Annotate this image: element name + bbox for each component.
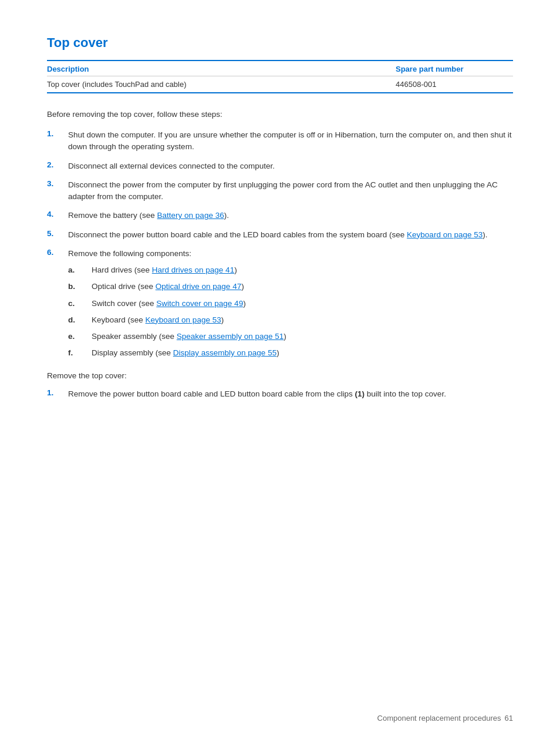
sub-steps-list: a. Hard drives (see Hard drives on page …	[68, 264, 286, 359]
sub-step-label-e: e.	[68, 331, 92, 342]
sub-step-content-d: Keyboard (see Keyboard on page 53)	[92, 314, 224, 326]
step-number-6: 6.	[47, 248, 68, 257]
keyboard-link-sub[interactable]: Keyboard on page 53	[146, 315, 221, 324]
sub-step-e: e. Speaker assembly (see Speaker assembl…	[68, 331, 286, 342]
step-1: 1. Shut down the computer. If you are un…	[47, 129, 513, 153]
step-content-1: Shut down the computer. If you are unsur…	[68, 129, 513, 153]
sub-step-label-f: f.	[68, 347, 92, 359]
sub-step-label-a: a.	[68, 264, 92, 276]
sub-step-content-f: Display assembly (see Display assembly o…	[92, 347, 279, 359]
hard-drives-link[interactable]: Hard drives on page 41	[152, 266, 234, 274]
speaker-assembly-link[interactable]: Speaker assembly on page 51	[177, 332, 284, 341]
step-content-4: Remove the battery (see Battery on page …	[68, 210, 229, 221]
step-content-2: Disconnect all external devices connecte…	[68, 160, 275, 172]
table-cell-part-number: 446508-001	[396, 80, 513, 89]
step-5: 5. Disconnect the power button board cab…	[47, 229, 513, 241]
battery-link[interactable]: Battery on page 36	[157, 211, 224, 220]
sub-step-content-e: Speaker assembly (see Speaker assembly o…	[92, 331, 286, 342]
step-2: 2. Disconnect all external devices conne…	[47, 160, 513, 172]
page-footer: Component replacement procedures 61	[377, 714, 513, 723]
step-4: 4. Remove the battery (see Battery on pa…	[47, 210, 513, 221]
step-number-1: 1.	[47, 129, 68, 138]
step-number-5: 5.	[47, 229, 68, 238]
remove-step-1: 1. Remove the power button board cable a…	[47, 388, 513, 400]
footer-text: Component replacement procedures	[377, 714, 501, 723]
step-content-3: Disconnect the power from the computer b…	[68, 179, 513, 203]
table-header-spare-part: Spare part number	[396, 65, 513, 73]
intro-text: Before removing the top cover, follow th…	[47, 110, 513, 119]
step-number-2: 2.	[47, 160, 68, 169]
table-cell-description: Top cover (includes TouchPad and cable)	[47, 80, 396, 89]
sub-step-label-c: c.	[68, 298, 92, 310]
sub-step-b: b. Optical drive (see Optical drive on p…	[68, 281, 286, 293]
remove-step-number-1: 1.	[47, 388, 68, 397]
footer-page-number: 61	[505, 714, 513, 723]
sub-step-d: d. Keyboard (see Keyboard on page 53)	[68, 314, 286, 326]
table-header-row: Description Spare part number	[47, 61, 513, 76]
sub-step-content-a: Hard drives (see Hard drives on page 41)	[92, 264, 237, 276]
step-content-6: Remove the following components: a. Hard…	[68, 248, 286, 364]
step-6: 6. Remove the following components: a. H…	[47, 248, 513, 364]
sub-step-f: f. Display assembly (see Display assembl…	[68, 347, 286, 359]
table-header-description: Description	[47, 65, 396, 73]
page-title: Top cover	[47, 35, 513, 51]
sub-step-content-b: Optical drive (see Optical drive on page…	[92, 281, 244, 293]
step-content-5: Disconnect the power button board cable …	[68, 229, 487, 241]
step-number-3: 3.	[47, 179, 68, 188]
keyboard-link-prereq[interactable]: Keyboard on page 53	[407, 230, 483, 239]
step-3: 3. Disconnect the power from the compute…	[47, 179, 513, 203]
prereq-steps-list: 1. Shut down the computer. If you are un…	[47, 129, 513, 364]
step-number-4: 4.	[47, 210, 68, 219]
sub-step-label-d: d.	[68, 314, 92, 326]
remove-step-content-1: Remove the power button board cable and …	[68, 388, 446, 400]
remove-section-title: Remove the top cover:	[47, 371, 513, 380]
parts-table: Description Spare part number Top cover …	[47, 60, 513, 93]
sub-step-a: a. Hard drives (see Hard drives on page …	[68, 264, 286, 276]
switch-cover-link[interactable]: Switch cover on page 49	[156, 299, 243, 308]
sub-step-label-b: b.	[68, 281, 92, 293]
table-row: Top cover (includes TouchPad and cable) …	[47, 76, 513, 92]
display-assembly-link[interactable]: Display assembly on page 55	[173, 348, 276, 357]
optical-drive-link[interactable]: Optical drive on page 47	[156, 282, 241, 291]
sub-step-content-c: Switch cover (see Switch cover on page 4…	[92, 298, 246, 310]
sub-step-c: c. Switch cover (see Switch cover on pag…	[68, 298, 286, 310]
remove-steps-list: 1. Remove the power button board cable a…	[47, 388, 513, 400]
